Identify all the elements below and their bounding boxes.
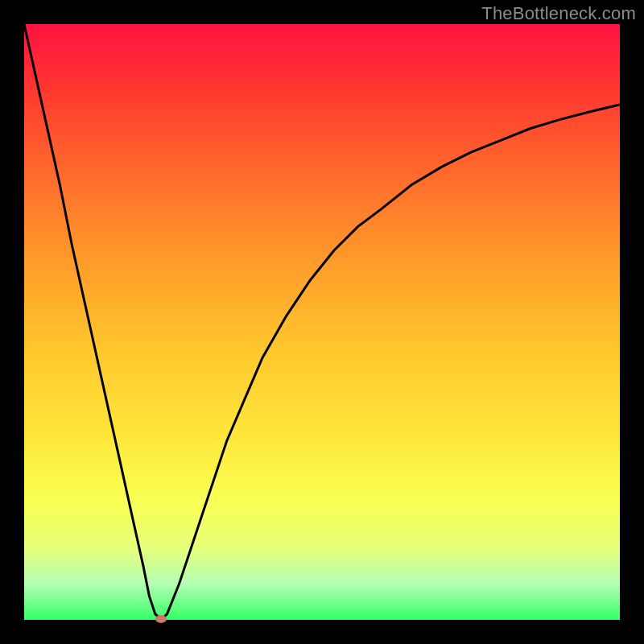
chart-frame: TheBottleneck.com — [0, 0, 644, 644]
optimal-point-marker — [155, 615, 167, 623]
watermark-text: TheBottleneck.com — [481, 3, 636, 24]
bottleneck-curve — [24, 24, 620, 620]
